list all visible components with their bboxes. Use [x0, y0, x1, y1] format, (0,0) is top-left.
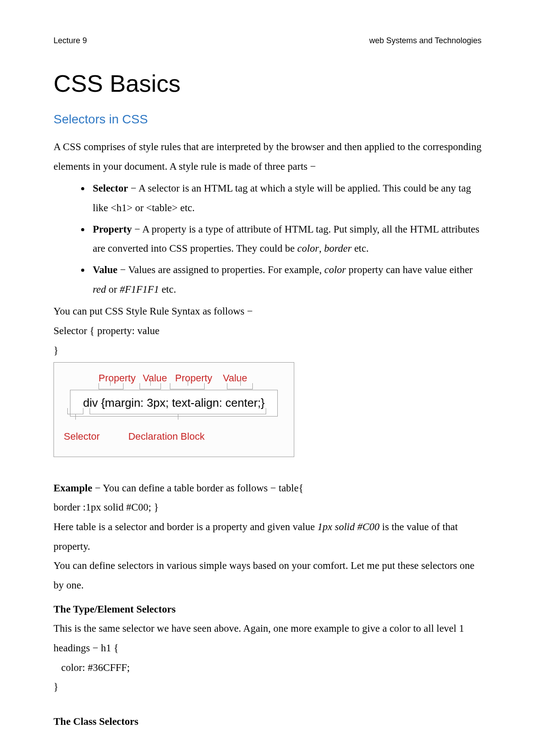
header-right: web Systems and Technologies: [369, 33, 482, 48]
example-explain: Here table is a selector and border is a…: [54, 517, 482, 556]
text: − You can define a table border as follo…: [92, 482, 304, 494]
example-code: border :1px solid #C00; }: [54, 498, 482, 517]
text: etc.: [352, 243, 369, 254]
type-selectors-code-end: }: [54, 677, 482, 697]
example-line: Example − You can define a table border …: [54, 478, 482, 498]
header-left: Lecture 9: [54, 33, 87, 48]
text: − A property is a type of attribute of H…: [93, 224, 479, 254]
css-rule-diagram: Property Value Property Value div {margi…: [54, 362, 294, 457]
intro-paragraph: A CSS comprises of style rules that are …: [54, 137, 482, 176]
italic-text: 1px solid #C00: [317, 521, 379, 532]
text: − Values are assigned to properties. For…: [117, 264, 324, 275]
italic-text: color: [297, 243, 319, 254]
diagram-bottom-labels: Selector Declaration Block: [60, 427, 288, 446]
italic-text: red: [93, 284, 106, 295]
syntax-line: }: [54, 341, 482, 360]
label-declaration-block: Declaration Block: [128, 427, 205, 446]
parts-list: Selector − A selector is an HTML tag at …: [90, 179, 482, 299]
list-item: Property − A property is a type of attri…: [90, 220, 482, 258]
label-selector: Selector: [64, 427, 100, 446]
italic-text: color: [325, 264, 346, 275]
term-property: Property: [93, 224, 132, 235]
text: property can have value either: [346, 264, 473, 275]
syntax-line: Selector { property: value: [54, 321, 482, 341]
text: ,: [319, 243, 324, 254]
text: − A selector is an HTML tag at which a s…: [93, 183, 471, 213]
type-selectors-heading: The Type/Element Selectors: [54, 600, 482, 619]
italic-text: #F1F1F1: [119, 284, 159, 295]
term-example: Example: [54, 482, 92, 494]
type-selectors-code: color: #36CFFF;: [54, 658, 482, 678]
list-item: Value − Values are assigned to propertie…: [90, 260, 482, 299]
example-explain2: You can define selectors in various simp…: [54, 556, 482, 595]
syntax-intro: You can put CSS Style Rule Syntax as fol…: [54, 302, 482, 321]
text: etc.: [159, 284, 176, 295]
term-value: Value: [93, 264, 117, 275]
section-subtitle: Selectors in CSS: [54, 108, 482, 131]
italic-text: border: [324, 243, 352, 254]
page-title: CSS Basics: [54, 61, 482, 106]
list-item: Selector − A selector is an HTML tag at …: [90, 179, 482, 217]
text: Here table is a selector and border is a…: [54, 521, 317, 532]
text: or: [106, 284, 120, 295]
class-selectors-heading: The Class Selectors: [54, 712, 482, 731]
type-selectors-text: This is the same selector we have seen a…: [54, 619, 482, 658]
page-header: Lecture 9 web Systems and Technologies: [54, 33, 482, 48]
term-selector: Selector: [93, 183, 128, 194]
